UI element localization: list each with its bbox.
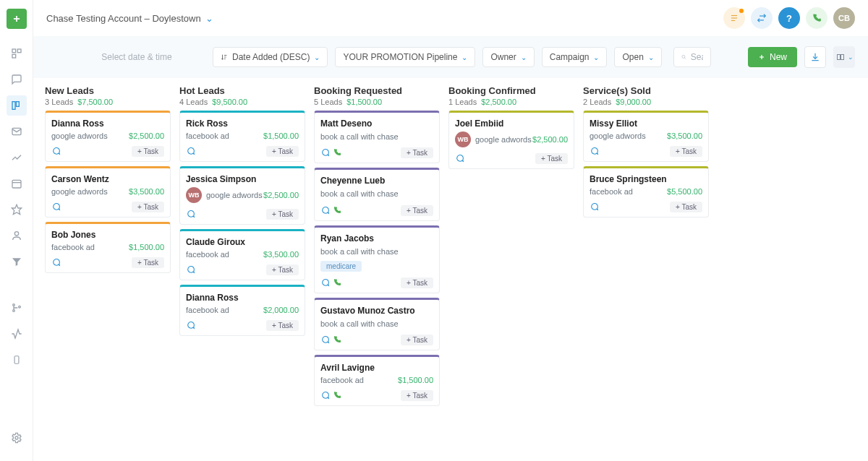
settings-icon[interactable] xyxy=(7,428,27,448)
add-task-button[interactable]: + Task xyxy=(266,320,299,331)
lead-card[interactable]: Bob Jonesfacebook ad$1,500.00+ Task xyxy=(45,222,171,273)
chat-icon[interactable] xyxy=(320,148,330,158)
switch-button[interactable] xyxy=(751,7,773,29)
lead-note: book a call with chase xyxy=(320,319,433,329)
lead-card[interactable]: Gustavo Munoz Castrobook a call with cha… xyxy=(314,298,440,350)
chat-icon[interactable] xyxy=(186,265,195,275)
analytics-icon[interactable] xyxy=(7,147,27,168)
mobile-icon[interactable] xyxy=(7,350,27,370)
lead-card[interactable]: Dianna Rossfacebook ad$2,000.00+ Task xyxy=(179,285,305,336)
add-task-button[interactable]: + Task xyxy=(266,146,299,157)
chat-icon[interactable] xyxy=(320,391,330,400)
pipeline-icon[interactable] xyxy=(7,95,27,116)
filter-icon[interactable] xyxy=(7,251,27,272)
lead-card[interactable]: Avril Lavignefacebook ad$1,500.00+ Task xyxy=(314,355,440,406)
lead-name: Avril Lavigne xyxy=(320,363,433,373)
download-button[interactable] xyxy=(804,46,826,68)
svg-point-16 xyxy=(15,436,18,439)
chat-icon[interactable] xyxy=(186,147,195,156)
chat-icon[interactable] xyxy=(186,321,195,330)
search-box[interactable] xyxy=(673,47,712,67)
phone-icon[interactable] xyxy=(333,148,341,158)
sort-dropdown[interactable]: Date Added (DESC)⌄ xyxy=(213,47,328,67)
lead-card[interactable]: Rick Rossfacebook ad$1,500.00+ Task xyxy=(179,111,305,162)
lead-name: Bruce Springsteen xyxy=(590,174,702,184)
lead-card[interactable]: Joel EmbiidWBgoogle adwords$2,500.00+ Ta… xyxy=(448,111,574,169)
lead-source: facebook ad xyxy=(590,187,633,196)
chevron-down-icon: ⌄ xyxy=(205,13,213,24)
status-dropdown[interactable]: Open⌄ xyxy=(614,47,661,67)
add-button[interactable] xyxy=(7,9,27,29)
activity-icon[interactable] xyxy=(7,324,27,344)
sort-label: Date Added (DESC) xyxy=(232,52,310,62)
chat-icon[interactable] xyxy=(51,258,61,267)
chat-icon[interactable] xyxy=(455,154,464,163)
add-task-button[interactable]: + Task xyxy=(670,202,702,212)
add-task-button[interactable]: + Task xyxy=(670,146,702,157)
mail-icon[interactable] xyxy=(7,121,27,142)
lead-card[interactable]: Claude Girouxfacebook ad$3,500.00+ Task xyxy=(179,229,305,280)
new-button[interactable]: New xyxy=(748,47,797,67)
calendar-icon[interactable] xyxy=(7,173,27,194)
lead-card[interactable]: Dianna Rossgoogle adwords$2,500.00+ Task xyxy=(45,111,171,162)
lead-name: Matt Deseno xyxy=(320,119,433,129)
tasks-button[interactable] xyxy=(723,7,745,29)
column-summary: 1 Leads$2,500.00 xyxy=(448,98,574,106)
svg-line-27 xyxy=(684,58,686,59)
phone-icon[interactable] xyxy=(333,391,341,400)
lead-card[interactable]: Ryan Jacobsbook a call with chasemedicar… xyxy=(314,225,440,293)
search-input[interactable] xyxy=(691,52,704,62)
add-task-button[interactable]: + Task xyxy=(401,205,433,216)
user-avatar[interactable]: CB xyxy=(833,7,855,29)
pipeline-dropdown[interactable]: YOUR PROMOTION Pipeline⌄ xyxy=(335,47,475,67)
lead-source: google adwords xyxy=(590,132,646,140)
lead-card[interactable]: Carson Wentzgoogle adwords$3,500.00+ Tas… xyxy=(45,166,171,217)
chat-icon[interactable] xyxy=(320,278,330,288)
lead-card[interactable]: Jessica SimpsonWBgoogle adwords$2,500.00… xyxy=(179,166,305,225)
branch-icon[interactable] xyxy=(7,298,27,318)
chat-icon[interactable] xyxy=(320,206,330,215)
add-task-button[interactable]: + Task xyxy=(132,146,164,157)
chat-icon[interactable] xyxy=(186,210,195,219)
phone-icon[interactable] xyxy=(333,335,341,345)
add-task-button[interactable]: + Task xyxy=(401,335,433,345)
pipeline-column: Booking Requested 5 Leads$1,500.00 Matt … xyxy=(314,85,440,406)
chat-icon[interactable] xyxy=(590,147,599,156)
lead-card[interactable]: Bruce Springsteenfacebook ad$5,500.00+ T… xyxy=(583,166,709,217)
user-icon[interactable] xyxy=(7,225,27,246)
add-task-button[interactable]: + Task xyxy=(132,257,164,268)
account-selector[interactable]: Chase Testing Account – Doylestown ⌄ xyxy=(46,13,213,24)
new-label: New xyxy=(770,52,787,62)
owner-dropdown[interactable]: Owner⌄ xyxy=(482,47,534,67)
lead-value: $1,500.00 xyxy=(129,243,164,251)
owner-label: Owner xyxy=(490,52,516,62)
add-task-button[interactable]: + Task xyxy=(401,277,433,288)
view-toggle-button[interactable]: ⌄ xyxy=(833,46,855,68)
phone-icon[interactable] xyxy=(333,206,341,215)
add-task-button[interactable]: + Task xyxy=(266,264,299,275)
chat-icon[interactable] xyxy=(7,69,27,90)
add-task-button[interactable]: + Task xyxy=(401,390,433,401)
lead-note: book a call with chase xyxy=(320,132,433,142)
lead-card[interactable]: Cheyenne Luebbook a call with chase+ Tas… xyxy=(314,168,440,220)
lead-name: Cheyenne Lueb xyxy=(320,176,433,186)
add-task-button[interactable]: + Task xyxy=(266,209,299,220)
chat-icon[interactable] xyxy=(51,202,61,212)
add-task-button[interactable]: + Task xyxy=(132,202,164,212)
help-button[interactable]: ? xyxy=(778,7,800,29)
svg-rect-30 xyxy=(837,55,840,60)
campaign-dropdown[interactable]: Campaign⌄ xyxy=(542,47,608,67)
lead-card[interactable]: Missy Elliotgoogle adwords$3,500.00+ Tas… xyxy=(583,111,709,162)
date-time-picker[interactable]: Select date & time xyxy=(46,52,205,62)
call-button[interactable] xyxy=(806,7,827,29)
star-icon[interactable] xyxy=(7,199,27,220)
phone-icon[interactable] xyxy=(333,278,341,288)
chat-icon[interactable] xyxy=(590,202,599,212)
pipeline-board: New Leads 3 Leads$7,500.00 Dianna Rossgo… xyxy=(33,78,868,413)
dashboard-icon[interactable] xyxy=(7,43,27,64)
chat-icon[interactable] xyxy=(320,335,330,345)
add-task-button[interactable]: + Task xyxy=(535,153,568,164)
lead-card[interactable]: Matt Desenobook a call with chase+ Task xyxy=(314,111,440,163)
add-task-button[interactable]: + Task xyxy=(401,147,433,158)
chat-icon[interactable] xyxy=(51,147,61,156)
